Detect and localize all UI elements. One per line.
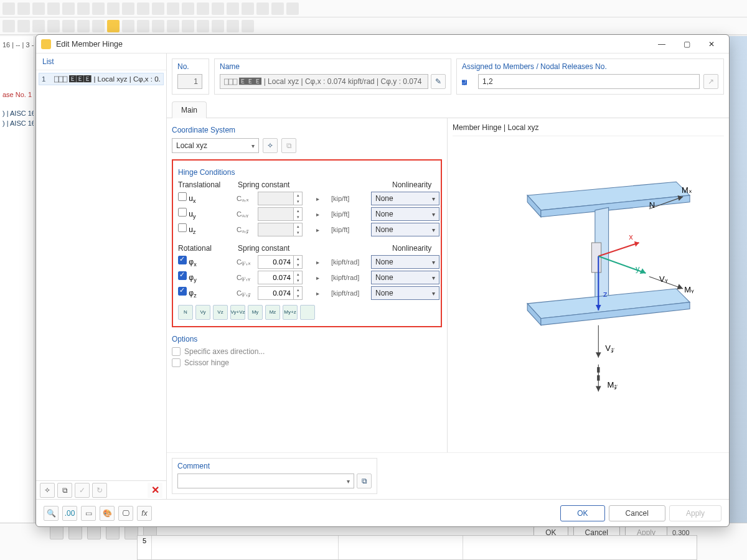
close-button[interactable]: ✕ [699,35,724,53]
check-button[interactable]: ✓ [75,483,90,498]
nonlinearity-select[interactable]: None [371,255,439,269]
copy-item-button[interactable]: ⧉ [57,483,72,498]
preview-pane: Member Hinge | Local xyz [447,118,729,452]
view-button[interactable]: 🖵 [118,506,133,521]
spinner-buttons[interactable]: ▴▾ [294,223,303,236]
coord-sys-select[interactable]: Local xyz [172,138,259,153]
arrow-icon[interactable]: ▸ [316,259,329,266]
unit-label: [kip/ft] [331,210,369,218]
spinner-buttons[interactable]: ▴▾ [294,255,303,269]
coord-edit-button[interactable]: ⧉ [281,138,296,153]
spring-symbol: Cᵤ,ₓ [237,195,255,203]
preset-button[interactable]: Vy+Vz [230,305,245,320]
coord-sys-label: Coordinate System [172,126,442,134]
apply-button[interactable]: Apply [669,505,721,521]
svg-text:N: N [649,200,655,210]
bg-sub-toolbar [0,17,747,35]
svg-text:M𝓏: M𝓏 [607,380,618,390]
preview-title: Member Hinge | Local xyz [453,123,724,136]
delete-item-button[interactable]: ✕ [148,483,162,498]
svg-text:Mᵧ: Mᵧ [684,285,694,294]
cond-checkbox[interactable] [178,192,187,201]
spring-value-input[interactable] [258,223,294,236]
colors-button[interactable]: 🎨 [100,506,115,521]
cond-checkbox[interactable] [178,256,187,264]
units-button[interactable]: .00 [62,506,77,521]
nonlinearity-select[interactable]: None [371,207,439,221]
comment-more-button[interactable]: ⧉ [357,474,372,488]
arrow-icon[interactable]: ▸ [316,211,329,218]
arrow-icon[interactable]: ▸ [316,274,329,281]
preset-button[interactable]: Mz [265,305,280,320]
spinner-buttons[interactable]: ▴▾ [294,271,303,284]
preset-button[interactable]: My+z [283,305,298,320]
name-input[interactable] [220,74,428,89]
minimize-button[interactable]: — [649,35,674,53]
unit-label: [kipft/rad] [331,258,369,266]
refresh-button[interactable]: ↻ [92,483,107,498]
spinner-buttons[interactable]: ▴▾ [294,286,303,300]
cond-label[interactable]: φz [178,287,234,299]
preset-button[interactable]: N [178,305,193,320]
help-button[interactable]: 🔍 [44,506,59,521]
maximize-button[interactable]: ▢ [674,35,699,53]
tab-main[interactable]: Main [172,101,207,118]
arrow-icon[interactable]: ▸ [316,226,329,233]
cond-label[interactable]: φy [178,271,234,283]
assigned-input[interactable] [478,74,700,89]
preset-button[interactable]: Vz [213,305,228,320]
fx-button[interactable]: fx [137,506,152,521]
cond-label[interactable]: ux [178,192,234,204]
bg-bottom-bar: OK Cancel Apply 0.300 5 [0,523,747,560]
list-header: List [36,54,166,70]
svg-text:x: x [629,232,633,241]
nonlinearity-select[interactable]: None [371,223,439,236]
spring-symbol: Cᵤ,𝓏 [237,226,255,234]
spinner-buttons[interactable]: ▴▾ [294,207,303,221]
spring-value-input[interactable] [258,192,294,205]
display-button[interactable]: ▭ [81,506,96,521]
svg-text:z: z [603,289,608,299]
arrow-icon[interactable]: ▸ [316,195,329,202]
cond-checkbox[interactable] [178,287,187,296]
option-specific-axes[interactable]: Specific axes direction... [172,347,442,356]
cond-label[interactable]: φx [178,256,234,268]
nonlinearity-select[interactable]: None [371,271,439,284]
cond-label[interactable]: uy [178,208,234,220]
nodes-icon [462,80,465,83]
preset-button[interactable] [300,305,315,320]
spinner-buttons[interactable]: ▴▾ [294,192,303,205]
list-pane: List 1 ⎕⎕⎕ 🅴🅴🅴 | Local xyz | Cφ,x : 0. ✧… [36,54,167,499]
comment-select[interactable] [177,474,354,488]
cond-checkbox[interactable] [178,223,187,232]
option-scissor-hinge[interactable]: Scissor hinge [172,358,442,367]
nonlinearity-select[interactable]: None [371,286,439,300]
cond-label[interactable]: uz [178,223,234,235]
edit-name-button[interactable]: ✎ [431,74,446,89]
pick-members-button[interactable]: ↗ [703,74,718,89]
cancel-button[interactable]: Cancel [609,505,665,521]
spring-symbol: C𝜑,ᵧ [237,274,255,282]
spring-value-input[interactable] [258,286,294,300]
cond-checkbox[interactable] [178,271,187,280]
coord-new-button[interactable]: ✧ [263,138,278,153]
spring-value-input[interactable] [258,271,294,284]
arrow-icon[interactable]: ▸ [316,290,329,297]
svg-text:y: y [636,264,640,273]
no-input[interactable] [177,74,202,89]
svg-text:V𝓏: V𝓏 [605,343,614,353]
options-label: Options [172,335,442,343]
spring-value-input[interactable] [258,207,294,221]
cond-checkbox[interactable] [178,208,187,217]
ok-button[interactable]: OK [560,505,604,521]
preset-button[interactable]: My [248,305,263,320]
svg-rect-7 [591,243,601,273]
assigned-field: Assigned to Members / Nodal Releases No.… [456,58,724,95]
preset-button[interactable]: Vy [195,305,210,320]
spring-symbol: C𝜑,ₓ [237,258,255,266]
list-item[interactable]: 1 ⎕⎕⎕ 🅴🅴🅴 | Local xyz | Cφ,x : 0. [39,73,164,85]
list-toolbar: ✧ ⧉ ✓ ↻ ✕ [36,480,166,499]
new-item-button[interactable]: ✧ [40,483,55,498]
nonlinearity-select[interactable]: None [371,192,439,205]
spring-value-input[interactable] [258,255,294,269]
